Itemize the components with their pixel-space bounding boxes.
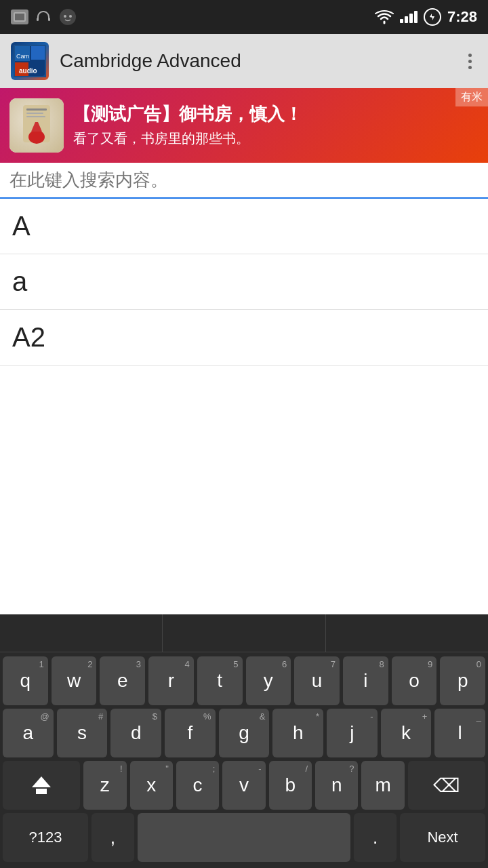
key-l[interactable]: _l — [434, 709, 485, 757]
search-bar-container — [0, 163, 488, 199]
key-c[interactable]: ;c — [176, 761, 219, 810]
menu-dot-3 — [468, 66, 472, 69]
ad-subtitle: 看了又看，书房里的那些书。 — [73, 129, 479, 148]
svg-point-2 — [60, 9, 76, 25]
ad-text: 【测试广告】御书房，慎入！ 看了又看，书房里的那些书。 — [73, 103, 479, 148]
shift-base-icon — [36, 789, 47, 794]
app-icon-status — [58, 7, 77, 26]
key-period[interactable]: . — [354, 813, 396, 862]
list-item[interactable]: A2 — [0, 310, 488, 366]
svg-point-4 — [69, 15, 72, 18]
key-space[interactable] — [138, 813, 351, 862]
key-k[interactable]: +k — [381, 709, 432, 757]
key-n[interactable]: ?n — [315, 761, 358, 810]
charge-icon — [423, 7, 442, 26]
svg-rect-14 — [26, 108, 47, 111]
key-w[interactable]: 2w — [52, 656, 97, 705]
key-j[interactable]: -j — [327, 709, 378, 757]
key-b[interactable]: /b — [269, 761, 312, 810]
app-bar: audio Cam Cambridge Advanced — [0, 34, 488, 88]
status-time: 7:28 — [447, 8, 477, 26]
key-comma[interactable]: , — [92, 813, 134, 862]
signal-icon — [400, 11, 418, 23]
key-backspace[interactable]: ⌫ — [408, 761, 485, 810]
keyboard-row-2: @a #s $d %f &g *h -j +k _l — [3, 709, 485, 757]
ad-banner[interactable]: 【测试广告】御书房，慎入！ 看了又看，书房里的那些书。 有米 — [0, 88, 488, 163]
ad-badge: 有米 — [455, 88, 488, 106]
app-icon: audio Cam — [11, 42, 49, 80]
menu-dot-1 — [468, 54, 472, 57]
key-q[interactable]: 1q — [3, 656, 48, 705]
key-shift[interactable] — [3, 761, 80, 810]
key-next[interactable]: Next — [400, 813, 485, 862]
key-t[interactable]: 5t — [197, 656, 243, 705]
svg-point-17 — [28, 130, 45, 144]
key-x[interactable]: "x — [130, 761, 173, 810]
svg-rect-15 — [26, 113, 43, 114]
key-u[interactable]: 7u — [294, 656, 340, 705]
key-v[interactable]: -v — [222, 761, 265, 810]
ad-app-icon — [9, 98, 64, 153]
word-list: A a A2 — [0, 199, 488, 366]
keyboard-segment-2 — [163, 614, 325, 652]
keyboard-row-4: ?123 , . Next — [3, 813, 485, 862]
svg-rect-1 — [48, 18, 50, 21]
status-bar: 7:28 — [0, 0, 488, 34]
svg-rect-0 — [37, 18, 39, 21]
menu-dot-2 — [468, 60, 472, 63]
keyboard: 1q 2w 3e 4r 5t 6y 7u 8i 9o 0p @a #s $d %… — [0, 614, 488, 868]
wifi-icon — [374, 9, 394, 24]
svg-point-3 — [64, 15, 66, 18]
key-s[interactable]: #s — [57, 709, 108, 757]
svg-rect-9 — [31, 46, 45, 60]
word-text: a — [12, 267, 27, 296]
key-a[interactable]: @a — [3, 709, 54, 757]
keyboard-segment-1 — [0, 614, 163, 652]
key-o[interactable]: 9o — [392, 656, 437, 705]
status-bar-left — [11, 7, 77, 26]
svg-rect-16 — [26, 116, 45, 117]
keyboard-segment-3 — [326, 614, 488, 652]
svg-text:Cam: Cam — [16, 53, 29, 60]
key-y[interactable]: 6y — [246, 656, 291, 705]
headset-icon — [35, 9, 52, 25]
key-h[interactable]: *h — [272, 709, 323, 757]
key-m[interactable]: m — [361, 761, 404, 810]
key-e[interactable]: 3e — [100, 656, 145, 705]
shift-arrow-icon — [32, 776, 51, 787]
key-r[interactable]: 4r — [148, 656, 194, 705]
word-text: A — [12, 211, 30, 241]
key-d[interactable]: $d — [110, 709, 161, 757]
key-f[interactable]: %f — [165, 709, 216, 757]
key-nummode[interactable]: ?123 — [3, 813, 88, 862]
key-i[interactable]: 8i — [343, 656, 388, 705]
backspace-icon: ⌫ — [433, 774, 460, 797]
ad-title: 【测试广告】御书房，慎入！ — [73, 103, 479, 126]
svg-text:audio: audio — [19, 67, 37, 75]
keyboard-row-3: !z "x ;c -v /b ?n m ⌫ — [3, 761, 485, 810]
app-title: Cambridge Advanced — [60, 50, 452, 72]
status-bar-right: 7:28 — [374, 7, 477, 26]
menu-button[interactable] — [463, 48, 477, 75]
word-text: A2 — [12, 322, 45, 352]
list-item[interactable]: a — [0, 254, 488, 310]
list-item[interactable]: A — [0, 199, 488, 254]
key-g[interactable]: &g — [219, 709, 270, 757]
keyboard-row-1: 1q 2w 3e 4r 5t 6y 7u 8i 9o 0p — [3, 656, 485, 705]
key-z[interactable]: !z — [83, 761, 126, 810]
keyboard-keys: 1q 2w 3e 4r 5t 6y 7u 8i 9o 0p @a #s $d %… — [0, 652, 488, 868]
search-input[interactable] — [9, 170, 479, 191]
keyboard-topbar — [0, 614, 488, 652]
key-p[interactable]: 0p — [440, 656, 485, 705]
